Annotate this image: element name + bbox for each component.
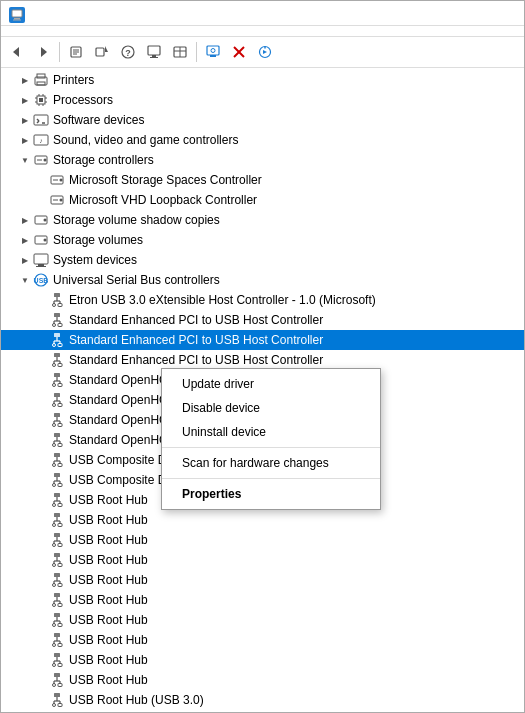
device-tree-container[interactable]: PrintersProcessorsSoftware devices♪Sound…: [1, 68, 524, 712]
update-driver-button[interactable]: [90, 40, 114, 64]
tree-item-software-devices[interactable]: Software devices: [1, 110, 524, 130]
properties-button[interactable]: [64, 40, 88, 64]
tree-item-storage-shadow[interactable]: Storage volume shadow copies: [1, 210, 524, 230]
label-ms-storage: Microsoft Storage Spaces Controller: [67, 171, 264, 189]
title-bar: [1, 1, 524, 26]
tree-item-usb-root-9[interactable]: USB Root Hub: [1, 650, 524, 670]
svg-rect-148: [54, 533, 60, 537]
svg-rect-20: [210, 55, 216, 57]
svg-rect-84: [58, 344, 62, 347]
context-menu-update-driver[interactable]: Update driver: [162, 372, 380, 396]
label-via-1: VIA Rev 5 or later USB Universal Host Co…: [67, 711, 330, 712]
context-menu-separator: [162, 447, 380, 448]
back-button[interactable]: [5, 40, 29, 64]
expand-software-devices[interactable]: [17, 112, 33, 128]
label-ms-vhd: Microsoft VHD Loopback Controller: [67, 191, 259, 209]
resource-button[interactable]: [168, 40, 192, 64]
label-standard-enha-1: Standard Enhanced PCI to USB Host Contro…: [67, 351, 325, 369]
menu-file[interactable]: [5, 28, 21, 34]
tree-item-usb-root-2[interactable]: USB Root Hub: [1, 510, 524, 530]
svg-rect-77: [58, 324, 62, 327]
menu-help[interactable]: [53, 28, 69, 34]
context-menu-properties[interactable]: Properties: [162, 482, 380, 506]
label-storage-volumes: Storage volumes: [51, 231, 145, 249]
svg-rect-40: [34, 115, 48, 125]
tree-item-system-devices[interactable]: System devices: [1, 250, 524, 270]
svg-text:♪: ♪: [39, 137, 43, 144]
svg-rect-14: [152, 55, 156, 57]
tree-item-processors[interactable]: Processors: [1, 90, 524, 110]
svg-rect-70: [58, 304, 62, 307]
svg-point-50: [60, 179, 63, 182]
svg-rect-126: [58, 464, 62, 467]
svg-rect-189: [58, 644, 62, 647]
label-usb-root-2: USB Root Hub: [67, 511, 150, 529]
svg-point-104: [53, 404, 56, 407]
forward-button[interactable]: [31, 40, 55, 64]
tree-item-printers[interactable]: Printers: [1, 70, 524, 90]
tree-item-ms-storage[interactable]: Microsoft Storage Spaces Controller: [1, 170, 524, 190]
usb-device-icon: [49, 432, 65, 448]
menu-action[interactable]: [21, 28, 37, 34]
tree-item-usb-root-4[interactable]: USB Root Hub: [1, 550, 524, 570]
svg-point-47: [44, 159, 47, 162]
expand-usb-controllers[interactable]: [17, 272, 33, 288]
svg-rect-155: [54, 553, 60, 557]
tree-item-ms-vhd[interactable]: Microsoft VHD Loopback Controller: [1, 190, 524, 210]
tree-item-usb-root-10[interactable]: USB Root Hub: [1, 670, 524, 690]
help-button[interactable]: ?: [116, 40, 140, 64]
tree-item-usb-root-7[interactable]: USB Root Hub: [1, 610, 524, 630]
label-standard-pci-1: Standard Enhanced PCI to USB Host Contro…: [67, 311, 325, 329]
menu-view[interactable]: [37, 28, 53, 34]
expand-printers[interactable]: [17, 72, 33, 88]
svg-rect-204: [54, 693, 60, 697]
svg-rect-196: [58, 664, 62, 667]
label-usb-root-4: USB Root Hub: [67, 551, 150, 569]
tree-item-standard-enha-1[interactable]: Standard Enhanced PCI to USB Host Contro…: [1, 350, 524, 370]
tree-item-usb-controllers[interactable]: USBUniversal Serial Bus controllers: [1, 270, 524, 290]
remove-button[interactable]: [227, 40, 251, 64]
usb-device-icon: [49, 312, 65, 328]
expand-storage-shadow[interactable]: [17, 212, 33, 228]
usb-device-icon: [49, 612, 65, 628]
tree-item-standard-pci-1[interactable]: Standard Enhanced PCI to USB Host Contro…: [1, 310, 524, 330]
label-usb-root-10: USB Root Hub: [67, 671, 150, 689]
tree-item-etron-usb[interactable]: Etron USB 3.0 eXtensible Host Controller…: [1, 290, 524, 310]
svg-point-160: [53, 564, 56, 567]
tree-item-usb-root-6[interactable]: USB Root Hub: [1, 590, 524, 610]
expand-processors[interactable]: [17, 92, 33, 108]
expand-system-devices[interactable]: [17, 252, 33, 268]
show-hidden-button[interactable]: [201, 40, 225, 64]
context-menu-disable-device[interactable]: Disable device: [162, 396, 380, 420]
tree-item-usb-root-30[interactable]: USB Root Hub (USB 3.0): [1, 690, 524, 710]
context-menu-uninstall-device[interactable]: Uninstall device: [162, 420, 380, 444]
svg-point-21: [211, 49, 215, 53]
tree-item-standard-pci-selected[interactable]: Standard Enhanced PCI to USB Host Contro…: [1, 330, 524, 350]
tree-item-usb-root-3[interactable]: USB Root Hub: [1, 530, 524, 550]
printer-icon: [33, 72, 49, 88]
expand-sound[interactable]: [17, 132, 33, 148]
context-menu-scan-for-hardware-changes[interactable]: Scan for hardware changes: [162, 451, 380, 475]
device-type-button[interactable]: [142, 40, 166, 64]
label-storage-shadow: Storage volume shadow copies: [51, 211, 222, 229]
tree-item-storage-volumes[interactable]: Storage volumes: [1, 230, 524, 250]
svg-rect-29: [37, 82, 45, 85]
tree-item-storage-controllers[interactable]: Storage controllers: [1, 150, 524, 170]
svg-point-174: [53, 604, 56, 607]
svg-rect-162: [54, 573, 60, 577]
usb-device-icon: [49, 572, 65, 588]
toolbar: ?: [1, 37, 524, 68]
svg-rect-112: [58, 424, 62, 427]
tree-item-sound[interactable]: ♪Sound, video and game controllers: [1, 130, 524, 150]
svg-rect-106: [54, 413, 60, 417]
usb-device-icon: [49, 292, 65, 308]
scan-button[interactable]: [253, 40, 277, 64]
label-usb-root-30: USB Root Hub (USB 3.0): [67, 691, 206, 709]
tree-item-usb-root-8[interactable]: USB Root Hub: [1, 630, 524, 650]
expand-storage-volumes[interactable]: [17, 232, 33, 248]
app-icon: [9, 7, 25, 23]
expand-storage-controllers[interactable]: [17, 152, 33, 168]
svg-point-167: [53, 584, 56, 587]
tree-item-via-1[interactable]: VIA Rev 5 or later USB Universal Host Co…: [1, 710, 524, 712]
tree-item-usb-root-5[interactable]: USB Root Hub: [1, 570, 524, 590]
